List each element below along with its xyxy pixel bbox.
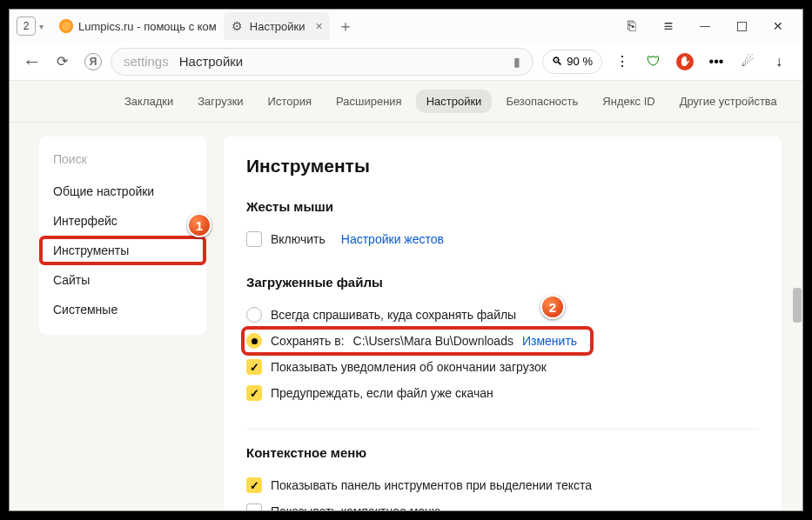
radio-save-to[interactable]	[246, 333, 262, 349]
settings-main-panel: Инструменты Жесты мыши Включить Настройк…	[224, 137, 782, 510]
yandex-logo-icon[interactable]: Я	[84, 53, 102, 70]
adblock-icon[interactable]	[674, 50, 696, 73]
url-page-title: Настройки	[179, 54, 504, 69]
chevron-down-icon[interactable]: ▾	[39, 22, 44, 31]
orange-favicon-icon	[59, 19, 73, 33]
label-enable-gestures: Включить	[271, 232, 325, 246]
sidebar-item-tools[interactable]: Инструменты 1	[39, 236, 206, 265]
section-downloads: Загруженные файлы Всегда спрашивать, куд…	[246, 275, 759, 406]
hamburger-menu-icon[interactable]: ≡	[654, 12, 682, 40]
sidebar-item-label: Инструменты	[53, 243, 129, 257]
subnav-bookmarks[interactable]: Закладки	[114, 90, 184, 113]
annotation-badge-2: 2	[540, 295, 565, 319]
section-context-menu: Контекстное меню Показывать панель инстр…	[246, 445, 759, 510]
browser-tab-settings[interactable]: ⚙ Настройки ×	[224, 12, 330, 40]
subnav-other-devices[interactable]: Другие устройства	[669, 90, 788, 113]
settings-subnav: Закладки Загрузки История Расширения Нас…	[10, 81, 802, 123]
close-window-button[interactable]	[764, 12, 792, 40]
sidebar-item-system[interactable]: Системные	[39, 295, 206, 324]
translate-icon[interactable]: ☄	[736, 50, 759, 73]
maximize-button[interactable]	[728, 12, 755, 40]
subnav-downloads[interactable]: Загрузки	[187, 90, 253, 113]
collections-icon[interactable]: ⎘	[618, 12, 646, 40]
ellipsis-icon[interactable]: •••	[705, 50, 728, 73]
scrollbar-thumb[interactable]	[793, 288, 802, 323]
magnifier-icon: 🔍︎	[552, 55, 563, 68]
label-warn-exists: Предупреждать, если файл уже скачан	[271, 386, 493, 400]
titlebar: 2 ▾ Lumpics.ru - помощь с ком ⚙ Настройк…	[10, 10, 802, 43]
checkbox-compact-menu[interactable]	[246, 503, 262, 510]
minimize-button[interactable]	[691, 12, 719, 40]
sidebar-item-sites[interactable]: Сайты	[39, 265, 206, 295]
section-title: Жесты мыши	[246, 199, 759, 214]
shield-icon[interactable]: 🛡	[642, 50, 665, 73]
browser-window: 2 ▾ Lumpics.ru - помощь с ком ⚙ Настройк…	[9, 9, 803, 511]
label-save-to: Сохранять в:	[271, 334, 345, 348]
downloads-icon[interactable]: ↓	[768, 50, 790, 73]
tab-title: Настройки	[250, 20, 305, 33]
subnav-settings[interactable]: Настройки	[416, 90, 493, 113]
url-path: settings	[124, 54, 169, 69]
zoom-indicator[interactable]: 🔍︎ 90 %	[542, 50, 602, 74]
subnav-security[interactable]: Безопасность	[495, 90, 588, 113]
checkbox-enable-gestures[interactable]	[246, 231, 262, 247]
address-bar-row: ← ⟳ Я settings Настройки ▮ 🔍︎ 90 % ⋮ 🛡 •…	[10, 43, 802, 81]
section-mouse-gestures: Жесты мыши Включить Настройки жестов	[246, 199, 759, 252]
annotation-badge-1: 1	[187, 213, 211, 237]
subnav-history[interactable]: История	[258, 90, 322, 113]
browser-tab-lumpics[interactable]: Lumpics.ru - помощь с ком	[52, 12, 224, 40]
bookmark-icon[interactable]: ▮	[513, 55, 520, 69]
content-area: Поиск Общие настройки Интерфейс Инструме…	[10, 123, 802, 510]
gear-icon: ⚙	[231, 19, 245, 33]
section-title: Загруженные файлы	[246, 275, 759, 290]
label-always-ask: Всегда спрашивать, куда сохранять файлы	[271, 308, 516, 322]
subnav-yandex-id[interactable]: Яндекс ID	[592, 90, 665, 113]
back-button[interactable]: ←	[22, 51, 43, 72]
url-box[interactable]: settings Настройки ▮	[111, 48, 534, 76]
close-tab-icon[interactable]: ×	[316, 19, 323, 33]
settings-sidebar: Поиск Общие настройки Интерфейс Инструме…	[39, 137, 206, 335]
download-path: C:\Users\Mara Bu\Downloads	[353, 334, 513, 348]
subnav-extensions[interactable]: Расширения	[325, 90, 413, 113]
tab-title: Lumpics.ru - помощь с ком	[78, 20, 217, 33]
label-compact-menu: Показывать компактное меню	[271, 504, 440, 510]
sidebar-search[interactable]: Поиск	[39, 147, 206, 177]
checkbox-warn-exists[interactable]	[246, 385, 262, 401]
section-title: Контекстное меню	[246, 445, 759, 460]
tab-counter[interactable]: 2	[17, 17, 36, 36]
new-tab-button[interactable]: ＋	[335, 16, 356, 37]
link-change-path[interactable]: Изменить	[522, 334, 577, 348]
radio-always-ask[interactable]	[246, 307, 262, 323]
sidebar-item-interface[interactable]: Интерфейс	[39, 206, 206, 236]
main-title: Инструменты	[246, 156, 759, 177]
link-gesture-settings[interactable]: Настройки жестов	[341, 232, 444, 246]
checkbox-notify-download[interactable]	[246, 359, 262, 375]
sidebar-item-general[interactable]: Общие настройки	[39, 177, 206, 206]
reload-button[interactable]: ⟳	[51, 51, 72, 72]
label-notify-download: Показывать уведомления об окончании загр…	[271, 360, 547, 374]
sidebar-item-label: Интерфейс	[53, 214, 117, 228]
titlebar-controls: ⎘ ≡	[618, 10, 802, 43]
divider	[246, 429, 759, 430]
zoom-value: 90 %	[567, 55, 593, 68]
label-show-toolbar: Показывать панель инструментов при выдел…	[271, 478, 592, 492]
checkbox-show-toolbar[interactable]	[246, 477, 262, 493]
more-button[interactable]: ⋮	[611, 50, 634, 73]
